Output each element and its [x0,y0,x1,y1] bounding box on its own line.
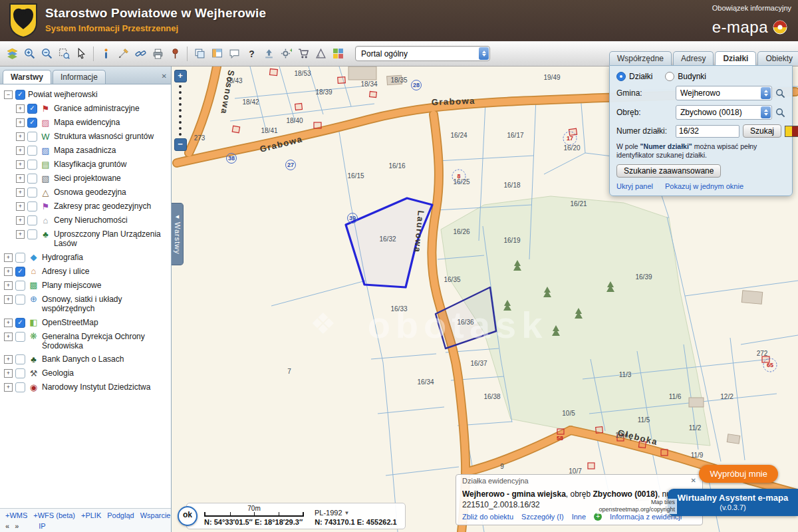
info-link-inne[interactable]: Inne [572,513,586,521]
nav-forward-button[interactable]: » [15,522,19,530]
search-icon[interactable] [775,108,785,118]
layer-row[interactable]: +✓◧OpenStreetMap [4,316,168,330]
comment-icon[interactable] [226,45,242,63]
zoom-out-icon[interactable] [39,45,55,63]
layer-checkbox[interactable] [27,160,37,170]
expand-toggle-icon[interactable]: + [16,118,25,127]
search-icon[interactable] [775,88,785,98]
expand-toggle-icon[interactable]: + [16,188,25,197]
crs-select[interactable]: PL-1992▼ [315,509,350,517]
layer-row[interactable]: +✓⌂Adresy i ulice [4,265,168,279]
split-view-icon[interactable] [209,45,225,63]
help-icon[interactable]: ? [243,45,259,63]
expand-toggle-icon[interactable]: + [4,369,13,378]
info-obligation-link[interactable]: Obowiązek informacyjny [712,4,791,12]
link-icon[interactable] [132,45,148,63]
layer-checkbox[interactable]: ✓ [15,267,25,277]
sidebar-close-icon[interactable]: ✕ [162,72,167,80]
expand-toggle-icon[interactable]: + [4,281,13,290]
expand-toggle-icon[interactable]: + [16,174,25,183]
settings-icon[interactable]: + [278,45,294,63]
layer-checkbox[interactable] [15,295,25,305]
search-tab-obiekty[interactable]: Obiekty [757,51,798,65]
zoom-level-dot[interactable] [179,121,182,124]
footer-link-plik[interactable]: +PLIK [81,511,101,519]
search-tab-adresy[interactable]: Adresy [673,51,714,65]
pointer-icon[interactable] [73,45,89,63]
measure-icon[interactable] [115,45,131,63]
layer-checkbox[interactable]: ✓ [27,118,37,128]
advanced-search-button[interactable]: Szukanie zaawansowane [616,164,721,178]
info-icon[interactable] [98,45,114,63]
layer-checkbox[interactable] [27,132,37,142]
expand-toggle-icon[interactable]: + [16,230,25,239]
expand-toggle-icon[interactable]: + [4,332,13,341]
layer-checkbox[interactable] [15,281,25,291]
single-window-link[interactable]: Pokazuj w jednym oknie [665,182,743,190]
search-button[interactable]: Szukaj [743,124,781,138]
expand-toggle-icon[interactable]: + [16,160,25,169]
footer-link-wsparcie[interactable]: Wsparcie [140,511,171,519]
zoom-level-dot[interactable] [179,97,182,100]
layer-row[interactable]: +◆Hydrografia [4,251,168,265]
zoom-in-button[interactable]: + [174,70,187,82]
angle-icon[interactable] [313,45,329,63]
zoom-level-dot[interactable] [179,127,182,130]
layer-row[interactable]: +▤Klasyfikacja gruntów [16,158,168,172]
layer-row[interactable]: +△Osnowa geodezyjna [16,186,168,200]
pin-icon[interactable] [167,45,183,63]
parcel-number-input[interactable] [676,125,739,138]
expand-toggle-icon[interactable]: + [16,202,25,211]
search-tab-działki[interactable]: Działki [715,51,756,65]
layer-row[interactable]: +♣Uproszczony Plan Urządzenia Lasów [16,227,168,251]
zoom-level-dot[interactable] [179,133,182,136]
zoom-out-button[interactable]: − [174,138,187,151]
zoom-in-icon[interactable] [21,45,37,63]
layer-row[interactable]: −✓Powiat wejherowski [4,88,168,102]
layer-checkbox[interactable]: ✓ [15,90,25,100]
zoom-level-dot[interactable] [179,103,182,106]
layer-checkbox[interactable]: ✓ [27,104,37,114]
expand-toggle-icon[interactable]: + [4,319,13,327]
zoom-selection-icon[interactable] [56,45,72,63]
nav-back-button[interactable]: « [5,522,9,530]
layer-row[interactable]: +♣Bank Danych o Lasach [4,352,168,366]
footer-link-wms[interactable]: +WMS [5,511,27,519]
radio-działki[interactable]: Działki [616,72,652,81]
layer-checkbox[interactable] [27,174,37,184]
sidebar-tab-warstwy[interactable]: Warstwy [3,70,51,84]
layer-row[interactable]: +⌂Ceny Nieruchomości [16,213,168,227]
layer-checkbox[interactable] [27,201,37,211]
layer-row[interactable]: +⚑Zakresy prac geodezyjnych [16,200,168,213]
layer-checkbox[interactable] [15,253,25,263]
layers-icon[interactable] [4,45,20,63]
zoom-level-dot[interactable] [179,109,182,112]
zoom-level-dot[interactable] [179,85,182,88]
footer-link-wfsbeta[interactable]: +WFS (beta) [33,511,75,519]
ok-button[interactable]: ok [178,506,198,526]
layer-checkbox[interactable] [15,368,25,378]
expand-toggle-icon[interactable]: + [16,104,25,113]
layer-row[interactable]: +✓⚑Granice administracyjne [16,102,168,116]
hide-panel-link[interactable]: Ukryj panel [616,182,653,190]
sidebar-tab-informacje[interactable]: Informacje [53,70,106,84]
obreb-select[interactable]: Zbychowo (0018) [676,105,772,120]
expand-toggle-icon[interactable]: + [4,295,13,304]
search-tab-współrzędne[interactable]: Współrzędne [609,51,672,65]
print-icon[interactable] [150,45,166,63]
layer-checkbox[interactable] [15,382,25,392]
cart-icon[interactable] [295,45,311,63]
layer-row[interactable]: +▩Plany miejscowe [4,279,168,293]
expand-toggle-icon[interactable]: − [4,90,13,99]
layer-row[interactable]: +⚒Geologia [4,366,168,380]
zoom-level-dot[interactable] [179,115,182,118]
radio-budynki[interactable]: Budynki [665,72,706,81]
expand-toggle-icon[interactable]: + [16,216,25,225]
upload-icon[interactable] [261,45,277,63]
layer-checkbox[interactable]: ✓ [15,318,25,328]
layer-row[interactable]: +WStruktura własności gruntów [16,130,168,144]
expand-toggle-icon[interactable]: + [4,383,13,392]
zoom-level-dot[interactable] [179,91,182,94]
gmina-select[interactable]: Wejherowo [676,86,772,100]
expand-toggle-icon[interactable]: + [4,253,13,262]
